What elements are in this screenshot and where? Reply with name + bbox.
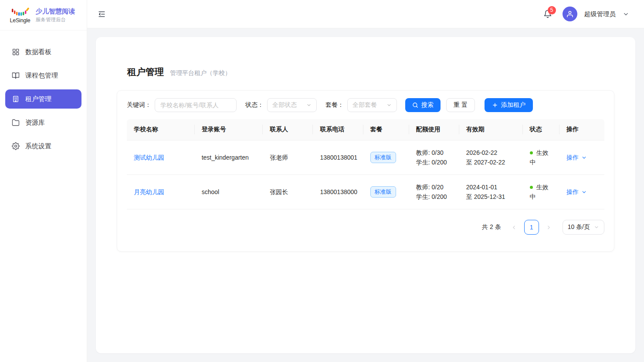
quota-teachers: 教师: 0/20 bbox=[416, 182, 452, 192]
valid-from: 2024-01-01 bbox=[466, 182, 516, 192]
quota-cell: 教师: 0/30 学生: 0/200 bbox=[409, 140, 459, 175]
chevron-down-icon bbox=[386, 102, 392, 108]
page-title: 租户管理 bbox=[127, 66, 164, 78]
column-header-school-name: 学校名称 bbox=[127, 119, 195, 140]
phone-cell: 13800138001 bbox=[313, 140, 363, 175]
contact-cell: 张老师 bbox=[263, 140, 313, 175]
page-size-select[interactable]: 10 条/页 bbox=[563, 220, 604, 235]
search-icon bbox=[412, 102, 418, 108]
add-tenant-button-label: 添加租户 bbox=[501, 101, 525, 109]
status-dot-icon bbox=[530, 151, 533, 154]
pagination-total: 共 2 条 bbox=[482, 223, 501, 231]
contact-cell: 张园长 bbox=[263, 175, 313, 209]
search-button-label: 搜索 bbox=[421, 101, 434, 109]
sidebar-item-label: 课程包管理 bbox=[25, 72, 58, 80]
plan-select-value: 全部套餐 bbox=[353, 101, 377, 109]
user-name: 超级管理员 bbox=[584, 10, 616, 18]
plan-label: 套餐： bbox=[325, 101, 344, 109]
column-header-action: 操作 bbox=[559, 119, 604, 140]
status-select[interactable]: 全部状态 bbox=[267, 98, 317, 112]
sidebar-item-settings[interactable]: 系统设置 bbox=[5, 137, 81, 156]
notification-bell-icon[interactable]: 5 bbox=[543, 10, 552, 18]
account-cell: test_kindergarten bbox=[195, 140, 263, 175]
column-header-quota: 配额使用 bbox=[409, 119, 459, 140]
content-area: 租户管理 管理平台租户（学校） 关键词： 状态： 全部状态 套餐： bbox=[87, 28, 644, 362]
column-header-contact: 联系人 bbox=[263, 119, 313, 140]
notification-badge: 5 bbox=[548, 6, 556, 14]
pagination-prev-icon[interactable] bbox=[508, 220, 520, 234]
plus-icon bbox=[492, 102, 498, 108]
pagination-next-icon[interactable] bbox=[543, 220, 555, 234]
column-header-validity: 有效期 bbox=[459, 119, 523, 140]
logo-bars-icon bbox=[10, 7, 30, 17]
table-row: 月亮幼儿园 school 张园长 13800138000 标准版 教师: 0/2… bbox=[127, 175, 604, 209]
plan-tag: 标准版 bbox=[370, 186, 396, 198]
brand-area: LeSingle 少儿智慧阅读 服务管理后台 bbox=[0, 0, 87, 31]
sidebar-item-course-packages[interactable]: 课程包管理 bbox=[5, 66, 81, 85]
quota-students: 学生: 0/200 bbox=[416, 157, 452, 167]
add-tenant-button[interactable]: 添加租户 bbox=[485, 98, 533, 112]
school-name-link[interactable]: 月亮幼儿园 bbox=[134, 188, 164, 195]
user-menu-chevron-down-icon[interactable] bbox=[623, 11, 629, 17]
sidebar-item-dashboard[interactable]: 数据看板 bbox=[5, 42, 81, 61]
main-area: 5 超级管理员 租户管理 管理平台租户（学校） bbox=[87, 0, 644, 362]
sidebar-item-label: 系统设置 bbox=[25, 142, 51, 150]
reset-button-label: 重 置 bbox=[454, 101, 468, 109]
sidebar-item-tenants[interactable]: 租户管理 bbox=[5, 89, 81, 109]
brand-subtitle: 服务管理后台 bbox=[36, 17, 75, 23]
sidebar-item-resources[interactable]: 资源库 bbox=[5, 113, 81, 132]
column-header-phone: 联系电话 bbox=[313, 119, 363, 140]
pagination-page-1[interactable]: 1 bbox=[524, 220, 539, 235]
page-subtitle: 管理平台租户（学校） bbox=[170, 69, 231, 77]
chevron-down-icon bbox=[581, 189, 587, 195]
row-action-dropdown[interactable]: 操作 bbox=[566, 187, 587, 197]
valid-from: 2026-02-22 bbox=[466, 148, 516, 157]
chevron-down-icon bbox=[306, 102, 312, 108]
logo-wordmark: LeSingle bbox=[10, 17, 30, 24]
action-label: 操作 bbox=[566, 153, 579, 162]
sidebar-item-label: 资源库 bbox=[25, 119, 45, 127]
table-header: 学校名称 登录账号 联系人 联系电话 套餐 配额使用 有效期 状态 操作 bbox=[127, 119, 604, 140]
page-header: 租户管理 管理平台租户（学校） bbox=[117, 37, 614, 78]
brand-text: 少儿智慧阅读 服务管理后台 bbox=[36, 7, 75, 23]
valid-to: 至 2025-12-31 bbox=[466, 192, 516, 201]
avatar[interactable] bbox=[563, 7, 577, 21]
column-header-plan: 套餐 bbox=[363, 119, 409, 140]
chevron-down-icon bbox=[594, 225, 599, 230]
sidebar-item-label: 租户管理 bbox=[25, 95, 51, 103]
validity-cell: 2024-01-01 至 2025-12-31 bbox=[459, 175, 523, 209]
validity-cell: 2026-02-22 至 2027-02-22 bbox=[459, 140, 523, 175]
action-label: 操作 bbox=[566, 187, 579, 197]
user-icon bbox=[566, 10, 574, 18]
plan-select[interactable]: 全部套餐 bbox=[347, 98, 397, 112]
school-name-link[interactable]: 测试幼儿园 bbox=[134, 154, 164, 161]
page-size-value: 10 条/页 bbox=[568, 223, 590, 231]
status-cell: 生效中 bbox=[523, 175, 559, 209]
quota-cell: 教师: 0/20 学生: 0/200 bbox=[409, 175, 459, 209]
plan-tag: 标准版 bbox=[370, 152, 396, 163]
menu-fold-icon[interactable] bbox=[98, 10, 106, 18]
brand-title: 少儿智慧阅读 bbox=[36, 7, 75, 16]
reset-button[interactable]: 重 置 bbox=[446, 98, 475, 112]
sidebar: LeSingle 少儿智慧阅读 服务管理后台 数据看板 课程包 bbox=[0, 0, 87, 362]
filter-bar: 关键词： 状态： 全部状态 套餐： 全部套餐 bbox=[127, 98, 604, 112]
building-icon bbox=[12, 95, 20, 103]
book-icon bbox=[12, 72, 20, 79]
status-select-value: 全部状态 bbox=[272, 101, 297, 109]
valid-to: 至 2027-02-22 bbox=[466, 157, 516, 167]
keyword-label: 关键词： bbox=[127, 101, 151, 109]
account-cell: school bbox=[195, 175, 263, 209]
pagination: 共 2 条 1 10 条/页 bbox=[127, 220, 604, 235]
status-label: 状态： bbox=[245, 101, 264, 109]
quota-teachers: 教师: 0/30 bbox=[416, 148, 452, 157]
keyword-input[interactable] bbox=[155, 98, 237, 112]
search-button[interactable]: 搜索 bbox=[405, 98, 441, 112]
column-header-account: 登录账号 bbox=[195, 119, 263, 140]
status-cell: 生效中 bbox=[523, 140, 559, 175]
row-action-dropdown[interactable]: 操作 bbox=[566, 153, 587, 162]
column-header-status: 状态 bbox=[523, 119, 559, 140]
folder-icon bbox=[12, 119, 20, 126]
status-dot-icon bbox=[530, 186, 533, 189]
sidebar-menu: 数据看板 课程包管理 租户管理 bbox=[0, 31, 87, 158]
quota-students: 学生: 0/200 bbox=[416, 192, 452, 201]
